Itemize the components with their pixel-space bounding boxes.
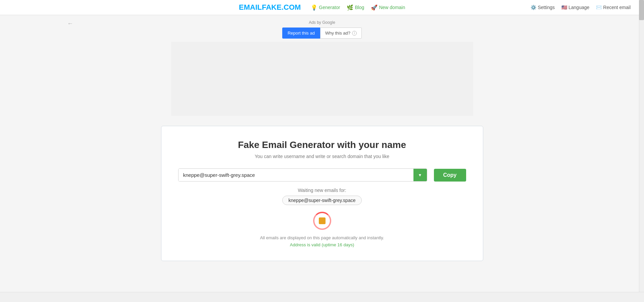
nav-settings[interactable]: ⚙️ Settings xyxy=(531,5,555,10)
info-icon: i xyxy=(352,31,357,36)
valid-address-text: Address is valid (uptime 16 days) xyxy=(178,242,466,247)
language-flag-icon: 🇺🇸 xyxy=(561,5,567,10)
email-badge: kneppe@super-swift-grey.space xyxy=(282,196,362,205)
nav-generator[interactable]: 💡 Generator xyxy=(311,4,340,11)
ad-content-space xyxy=(171,42,473,116)
email-row: ▼ Copy xyxy=(178,168,466,182)
email-input-group: ▼ xyxy=(178,168,427,182)
brand-logo[interactable]: EMAILFAKE.COM xyxy=(239,3,301,12)
nav-right: ⚙️ Settings 🇺🇸 Language ✉️ Recent email xyxy=(531,5,631,10)
nav-left: EMAILFAKE.COM 💡 Generator 🌿 Blog 🚀 New d… xyxy=(239,3,405,12)
auto-display-text: All emails are displayed on this page au… xyxy=(178,235,466,240)
spinner-section xyxy=(178,212,466,230)
scrollbar-thumb[interactable] xyxy=(639,0,644,20)
blog-icon: 🌿 xyxy=(347,4,353,11)
email-icon: ✉️ xyxy=(596,5,602,10)
nav-blog[interactable]: 🌿 Blog xyxy=(347,4,364,11)
nav-new-domain[interactable]: 🚀 New domain xyxy=(371,4,405,11)
waiting-label: Waiting new emails for: xyxy=(178,188,466,193)
ad-buttons: Report this ad Why this ad? i xyxy=(282,28,362,39)
generator-icon: 💡 xyxy=(311,4,317,11)
bottom-bar xyxy=(0,292,644,302)
ad-area: Ads by Google Report this ad Why this ad… xyxy=(0,15,644,119)
scrollbar[interactable] xyxy=(639,0,644,302)
domain-dropdown-button[interactable]: ▼ xyxy=(413,169,427,181)
main-card: Fake Email Generator with your name You … xyxy=(161,126,483,261)
why-ad-button[interactable]: Why this ad? i xyxy=(320,28,362,39)
email-input[interactable] xyxy=(179,169,413,181)
chevron-down-icon: ▼ xyxy=(418,173,422,178)
page-title: Fake Email Generator with your name xyxy=(178,140,466,150)
ad-label: Ads by Google xyxy=(309,20,335,25)
report-ad-button[interactable]: Report this ad xyxy=(282,28,320,39)
nav-language[interactable]: 🇺🇸 Language xyxy=(561,5,589,10)
copy-button[interactable]: Copy xyxy=(434,169,466,182)
back-arrow-button[interactable]: ← xyxy=(67,20,73,27)
page-subtitle: You can write username and write or sear… xyxy=(178,154,466,159)
waiting-section: Waiting new emails for: kneppe@super-swi… xyxy=(178,188,466,205)
spinner-inner xyxy=(319,217,326,224)
settings-icon: ⚙️ xyxy=(531,5,536,10)
header: EMAILFAKE.COM 💡 Generator 🌿 Blog 🚀 New d… xyxy=(0,0,644,15)
loading-spinner xyxy=(313,212,331,230)
new-domain-icon: 🚀 xyxy=(371,4,378,11)
nav-recent-email[interactable]: ✉️ Recent email xyxy=(596,5,631,10)
